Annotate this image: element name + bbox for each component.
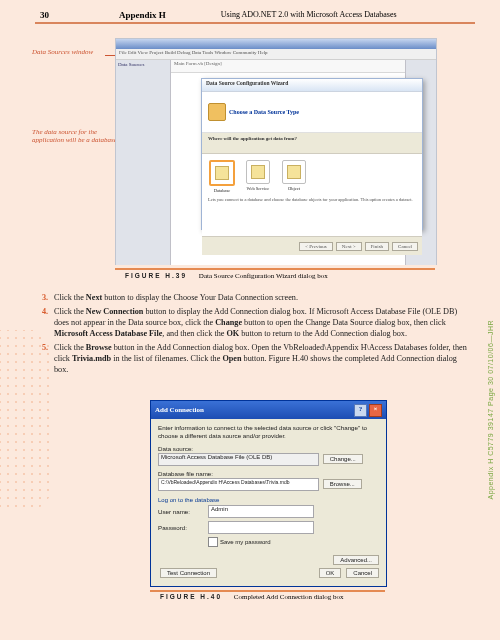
step-4: 4. Click the New Connection button to di… (42, 306, 472, 339)
figure-rule (115, 268, 435, 270)
step-3: 3. Click the Next button to display the … (42, 292, 472, 303)
figure-h40-caption: FIGURE H.40 Completed Add Connection dia… (160, 593, 344, 601)
vs-titlebar (116, 39, 436, 49)
finish-button: Finish (365, 242, 390, 251)
label-data-source: Data source: (158, 445, 379, 452)
previous-button: < Previous (299, 242, 333, 251)
option-object[interactable]: Object (280, 160, 308, 193)
label-save-password: Save my password (220, 538, 271, 544)
cancel-button[interactable]: Cancel (346, 568, 379, 578)
option-webservice[interactable]: Web Service (244, 160, 272, 193)
ok-button[interactable]: OK (319, 568, 342, 578)
advanced-button[interactable]: Advanced... (333, 555, 379, 565)
label-db-file: Database file name: (158, 470, 379, 477)
browse-button[interactable]: Browse... (323, 479, 362, 489)
proof-slug: Appendix H C5779 39147 Page 30 07/10/06—… (487, 320, 494, 500)
test-connection-button[interactable]: Test Connection (160, 568, 217, 578)
wizard-dialog: Data Source Configuration Wizard Choose … (201, 78, 423, 230)
dialog-instruction: Enter information to connect to the sele… (158, 424, 379, 440)
instruction-steps: 3. Click the Next button to display the … (42, 292, 472, 378)
chapter-title: Using ADO.NET 2.0 with Microsoft Access … (221, 10, 397, 20)
figure-h39-caption: FIGURE H.39 Data Source Configuration Wi… (125, 272, 328, 280)
callout-database-source: The data source for the application will… (32, 128, 127, 144)
username-field[interactable]: Admin (208, 505, 314, 518)
next-button[interactable]: Next > (336, 242, 362, 251)
add-connection-dialog: Add Connection ? × Enter information to … (150, 400, 387, 587)
close-icon[interactable]: × (369, 404, 382, 417)
password-field[interactable] (208, 521, 314, 534)
step-5: 5. Click the Browse button in the Add Co… (42, 342, 472, 375)
change-button[interactable]: Change... (323, 454, 363, 464)
callout-data-sources: Data Sources window (32, 48, 93, 56)
header-rule (35, 22, 475, 24)
wizard-titlebar: Data Source Configuration Wizard (202, 79, 422, 92)
designer-tab: Main Form.vb [Design] (171, 60, 405, 73)
page-number: 30 (40, 10, 49, 20)
option-database[interactable]: Database (208, 160, 236, 193)
db-file-field[interactable]: C:\VbReloaded\Appendix H\Access Database… (158, 478, 319, 491)
data-sources-panel: Data Sources (116, 60, 171, 265)
cancel-button[interactable]: Cancel (392, 242, 418, 251)
help-icon[interactable]: ? (354, 404, 367, 417)
figure-rule (150, 590, 385, 592)
wizard-description: Lets you connect to a database and choos… (208, 197, 416, 202)
webservice-icon (246, 160, 270, 184)
vs-menubar: File Edit View Project Build Debug Data … (116, 49, 436, 60)
label-password: Password: (158, 524, 208, 531)
appendix-title: Appendix H (119, 10, 166, 20)
screenshot-wizard: File Edit View Project Build Debug Data … (115, 38, 437, 265)
label-username: User name: (158, 508, 208, 515)
object-icon (282, 160, 306, 184)
dialog-titlebar: Add Connection ? × (151, 401, 386, 419)
wizard-icon (208, 103, 226, 121)
database-icon (209, 160, 235, 186)
data-source-field: Microsoft Access Database File (OLE DB) (158, 453, 319, 466)
wizard-heading: Choose a Data Source Type (229, 109, 299, 115)
wizard-question: Where will the application get data from… (202, 133, 422, 154)
save-password-checkbox[interactable] (208, 537, 218, 547)
logon-section: Log on to the database (158, 497, 379, 503)
